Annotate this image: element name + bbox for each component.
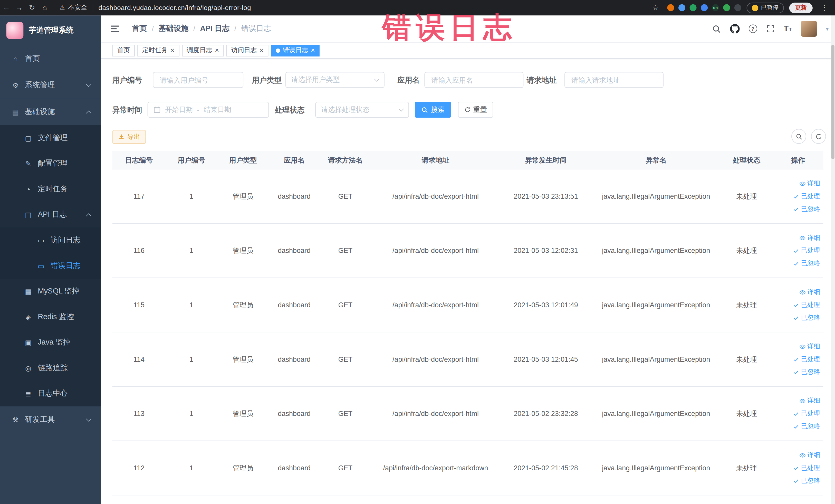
user-type-select[interactable]: 请选择用户类型: [285, 72, 385, 88]
action-processed-link[interactable]: 已处理: [793, 246, 820, 255]
sidebar-item-home[interactable]: ⌂首页: [0, 45, 101, 72]
export-button[interactable]: 导出: [113, 130, 146, 144]
action-label: 已处理: [801, 192, 820, 201]
action-label: 已忽略: [801, 422, 820, 431]
refresh-table-button[interactable]: [811, 129, 826, 144]
breadcrumb-item-home[interactable]: 首页: [132, 24, 147, 33]
extension-icon-6[interactable]: [723, 4, 730, 11]
action-ignored-link[interactable]: 已忽略: [793, 313, 820, 322]
font-size-icon[interactable]: TT: [784, 24, 792, 33]
column-header: 用户编号: [166, 151, 217, 169]
action-detail-link[interactable]: 详细: [799, 234, 820, 242]
sidebar-item-log-center[interactable]: ≣日志中心: [0, 381, 101, 406]
forward-icon[interactable]: →: [13, 0, 26, 15]
bookmark-star-icon[interactable]: ☆: [649, 0, 662, 15]
sidebar-item-config-management[interactable]: ✎配置管理: [0, 151, 101, 176]
breadcrumb-item-api-log[interactable]: API 日志: [200, 24, 230, 33]
action-ignored-link[interactable]: 已忽略: [793, 367, 820, 377]
sidebar-item-mysql-monitor[interactable]: ▦MySQL 监控: [0, 279, 101, 304]
tab-home[interactable]: 首页: [113, 44, 135, 56]
cell-status: 未处理: [720, 169, 773, 223]
close-icon[interactable]: ×: [170, 47, 175, 54]
sidebar-item-java-monitor[interactable]: ▣Java 监控: [0, 330, 101, 355]
breadcrumb-item-infrastructure[interactable]: 基础设施: [159, 24, 188, 33]
extension-icon-3[interactable]: [690, 4, 697, 11]
extension-icon-2[interactable]: [678, 4, 685, 11]
help-icon[interactable]: ?: [749, 24, 757, 33]
action-ignored-link[interactable]: 已忽略: [793, 259, 820, 268]
sidebar-item-redis-monitor[interactable]: ◈Redis 监控: [0, 304, 101, 330]
security-label[interactable]: 不安全: [68, 3, 87, 12]
hamburger-icon[interactable]: [111, 26, 119, 32]
cell-actions: 详细已处理已忽略: [773, 387, 823, 441]
toggle-search-button[interactable]: [791, 129, 806, 144]
app-name-input[interactable]: [424, 72, 523, 88]
close-icon[interactable]: ×: [260, 47, 264, 54]
active-dot-icon: [276, 48, 280, 53]
sidebar-menu: ⌂首页⚙系统管理▤基础设施▢文件管理✎配置管理◔定时任务▤API 日志▭访问日志…: [0, 45, 101, 433]
search-button[interactable]: 搜索: [415, 102, 451, 118]
sidebar-item-infrastructure[interactable]: ▤基础设施: [0, 99, 101, 125]
tab-access-log[interactable]: 访问日志 ×: [226, 44, 268, 56]
github-icon[interactable]: [730, 24, 739, 33]
end-date-placeholder: 结束日期: [204, 105, 231, 115]
action-ignored-link[interactable]: 已忽略: [793, 476, 820, 485]
action-processed-link[interactable]: 已处理: [793, 355, 820, 364]
extension-icon-4[interactable]: [701, 4, 708, 11]
sidebar-item-label: 基础设施: [25, 107, 87, 117]
action-ignored-link[interactable]: 已忽略: [793, 205, 820, 214]
cell-user_type: 管理员: [217, 278, 269, 332]
extension-icon-7[interactable]: [734, 4, 741, 11]
tab-schedule-log[interactable]: 调度日志 ×: [182, 44, 224, 56]
action-detail-link[interactable]: 详细: [799, 342, 820, 351]
fullscreen-icon[interactable]: [766, 24, 775, 33]
action-detail-link[interactable]: 详细: [799, 450, 820, 460]
paused-badge[interactable]: 已暂停: [747, 2, 784, 13]
chevron-down-icon[interactable]: ▾: [826, 26, 829, 32]
sidebar-item-tracing[interactable]: ◎链路追踪: [0, 355, 101, 381]
reload-icon[interactable]: ↻: [26, 0, 39, 15]
menu-dots-icon[interactable]: ⋮: [818, 0, 831, 15]
request-url-input[interactable]: [565, 72, 664, 88]
page-scrollbar[interactable]: [831, 15, 835, 504]
action-processed-link[interactable]: 已处理: [793, 192, 820, 201]
extension-icon-5[interactable]: on: [712, 4, 719, 11]
cell-user_id: 1: [166, 224, 217, 278]
action-processed-link[interactable]: 已处理: [793, 463, 820, 472]
app-logo-row[interactable]: 芋道管理系统: [0, 15, 101, 45]
action-ignored-link[interactable]: 已忽略: [793, 422, 820, 431]
action-detail-link[interactable]: 详细: [799, 397, 820, 405]
extension-icon-1[interactable]: [667, 4, 674, 11]
home-button-icon[interactable]: ⌂: [38, 0, 51, 15]
calendar-icon: [153, 106, 161, 114]
sidebar-item-api-log[interactable]: ▤API 日志: [0, 202, 101, 227]
close-icon[interactable]: ×: [311, 47, 315, 54]
eye-icon: [799, 235, 806, 241]
sidebar-item-error-log[interactable]: ▭错误日志: [0, 253, 101, 279]
sidebar-item-dev-tools[interactable]: ⚒研发工具: [0, 406, 101, 433]
tab-label: 定时任务: [142, 46, 168, 55]
close-icon[interactable]: ×: [215, 47, 219, 54]
process-status-select[interactable]: 请选择处理状态: [315, 102, 409, 118]
user-id-input[interactable]: [153, 72, 243, 88]
action-detail-link[interactable]: 详细: [799, 179, 820, 188]
address-bar[interactable]: dashboard.yudao.iocoder.cn/infra/log/api…: [99, 4, 251, 12]
tab-scheduled-jobs[interactable]: 定时任务 ×: [137, 44, 179, 56]
cell-time: 2021-05-03 12:01:45: [500, 332, 592, 386]
sidebar-item-access-log[interactable]: ▭访问日志: [0, 227, 101, 253]
exception-time-range-picker[interactable]: 开始日期 - 结束日期: [148, 102, 269, 118]
sidebar-item-file-management[interactable]: ▢文件管理: [0, 125, 101, 151]
search-icon[interactable]: [712, 24, 721, 33]
update-button[interactable]: 更新: [789, 2, 813, 13]
reset-button[interactable]: 重置: [458, 102, 493, 118]
action-processed-link[interactable]: 已处理: [793, 300, 820, 309]
action-detail-link[interactable]: 详细: [799, 287, 820, 297]
avatar[interactable]: [801, 21, 817, 37]
scrollbar-thumb[interactable]: [831, 45, 834, 159]
back-icon[interactable]: ←: [0, 0, 13, 15]
table-header: 日志编号用户编号用户类型应用名请求方法名请求地址异常发生时间异常名处理状态操作: [113, 151, 823, 169]
action-processed-link[interactable]: 已处理: [793, 409, 820, 418]
sidebar-item-scheduled-jobs[interactable]: ◔定时任务: [0, 176, 101, 202]
tab-error-log[interactable]: 错误日志 ×: [271, 44, 320, 56]
sidebar-item-system-management[interactable]: ⚙系统管理: [0, 72, 101, 99]
